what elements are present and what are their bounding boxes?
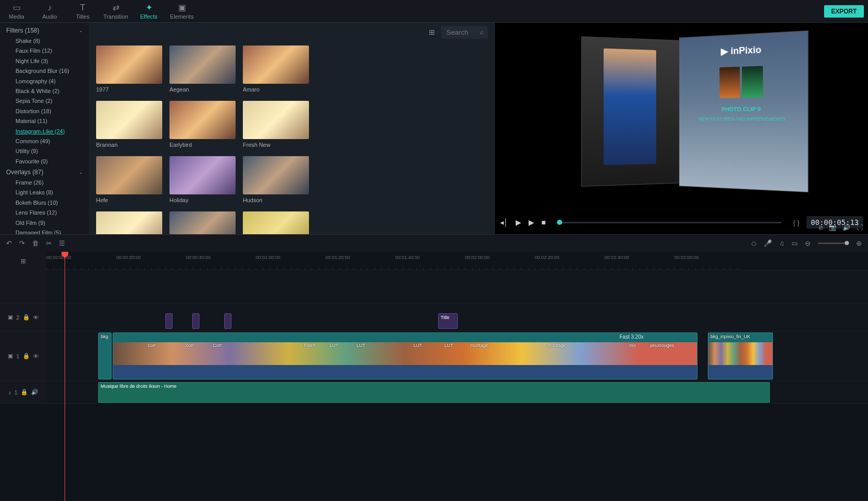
sidebar-item-instagram-like[interactable]: Instagram-Like (24) — [0, 127, 89, 136]
audio-clip[interactable]: Musique libre de droits Ikson - Home — [98, 382, 770, 403]
filter-item[interactable]: Amaro — [243, 45, 309, 93]
render-icon[interactable]: ▭ — [792, 239, 798, 247]
progress-handle[interactable] — [557, 220, 562, 225]
cut-icon[interactable]: ✂ — [46, 239, 52, 247]
zoom-handle[interactable] — [845, 241, 849, 245]
video-track-content[interactable]: bkgFast 3.20xbkg_inpixio_fin_UKcorrcorrC… — [47, 331, 868, 381]
eye-icon[interactable]: 👁 — [33, 314, 39, 321]
snapshot-icon[interactable]: 📷 — [829, 224, 836, 231]
audio-track-head[interactable]: ♪ 1 🔒 🔊 — [0, 381, 47, 403]
filter-item[interactable] — [96, 211, 162, 234]
adjust-icon[interactable]: ☰ — [59, 239, 65, 247]
filter-item[interactable]: Earlybird — [169, 101, 236, 148]
filter-label: Brannan — [96, 142, 162, 148]
filter-item[interactable] — [243, 211, 309, 234]
undo-icon[interactable]: ↶ — [6, 239, 12, 247]
sidebar-item[interactable]: Sepia Tone (2) — [0, 96, 89, 106]
zoom-slider[interactable] — [818, 242, 849, 244]
lock-icon[interactable]: 🔒 — [23, 314, 30, 321]
track-content-empty[interactable] — [47, 270, 868, 303]
fx-track-content[interactable]: Title — [47, 303, 868, 331]
ruler-row: ⊞ 00:00:00:0000:00:20:0000:00:40:0000:01… — [0, 252, 868, 270]
delete-icon[interactable]: 🗑 — [32, 239, 39, 247]
preview-promo-box: ▶ inPixio PHOTO CLIP 9 NEW FEATURES AND … — [679, 30, 809, 192]
add-track-button[interactable]: ⊞ — [0, 252, 47, 270]
filter-label: Fresh New — [243, 142, 309, 148]
filter-item[interactable]: Fresh New — [243, 101, 309, 148]
fullscreen-icon[interactable]: ⛶ — [857, 224, 863, 231]
zoom-out-icon[interactable]: ⊖ — [805, 239, 811, 247]
fx-clip[interactable] — [224, 313, 231, 329]
audio-track-content[interactable]: Musique libre de droits Ikson - Home — [47, 381, 868, 403]
tab-media[interactable]: ▭ Media — [0, 0, 33, 22]
eye-icon[interactable]: 👁 — [33, 353, 39, 359]
mark-in-out-icon[interactable]: { } — [793, 219, 799, 226]
sidebar-item[interactable]: Background Blur (16) — [0, 66, 89, 76]
sidebar-item[interactable]: Distortion (18) — [0, 107, 89, 116]
speaker-icon[interactable]: 🔊 — [31, 389, 38, 396]
filter-item[interactable]: Brannan — [96, 101, 162, 148]
ruler-tick: 00:03:00:00 — [674, 255, 699, 260]
sidebar-item[interactable]: Utility (9) — [0, 146, 89, 156]
sidebar-item[interactable]: Lens Flares (12) — [0, 208, 89, 218]
sidebar-item[interactable]: Lomography (4) — [0, 77, 89, 86]
voiceover-icon[interactable]: 🎤 — [764, 239, 772, 247]
tab-titles[interactable]: T Titles — [66, 0, 99, 22]
sidebar-item[interactable]: Night Life (3) — [0, 56, 89, 66]
grid-view-icon[interactable]: ⊞ — [429, 28, 435, 36]
sidebar-item[interactable]: Common (49) — [0, 136, 89, 146]
preview-progress[interactable] — [557, 222, 782, 223]
volume-icon[interactable]: 🔊 — [843, 224, 850, 231]
effects-sidebar[interactable]: Filters (158) ⌄ Shake (8) Faux Film (12)… — [0, 23, 89, 234]
audio-mixer-icon[interactable]: ♫ — [779, 239, 784, 247]
prev-frame-button[interactable]: ◂│ — [500, 218, 508, 226]
next-frame-button[interactable]: ▶ — [529, 218, 534, 226]
zoom-in-icon[interactable]: ⊕ — [856, 239, 862, 247]
marker-icon[interactable]: ◇ — [751, 239, 756, 247]
fx-clip[interactable] — [165, 313, 173, 329]
tab-transition[interactable]: ⇄ Transition — [99, 0, 132, 22]
filter-item[interactable]: Hudson — [243, 156, 309, 203]
time-ruler[interactable]: 00:00:00:0000:00:20:0000:00:40:0000:01:0… — [47, 252, 868, 270]
sidebar-item[interactable]: Shake (8) — [0, 36, 89, 46]
sidebar-group-filters[interactable]: Filters (158) ⌄ — [0, 25, 89, 36]
sidebar-item[interactable]: Frame (26) — [0, 178, 89, 188]
tab-effects[interactable]: ✦ Effects — [132, 0, 165, 22]
sidebar-group-label: Overlays (87) — [6, 169, 43, 176]
filter-item[interactable]: Holiday — [169, 156, 236, 203]
sidebar-item[interactable]: Bokeh Blurs (10) — [0, 198, 89, 208]
video-clip[interactable]: bkg_inpixio_fin_UK — [708, 332, 773, 379]
tab-audio[interactable]: ♪ Audio — [33, 0, 66, 22]
filter-item[interactable]: Aegean — [169, 45, 236, 93]
filter-item[interactable]: 1977 — [96, 45, 162, 93]
filter-item[interactable]: Hefe — [96, 156, 162, 203]
sidebar-item[interactable]: Black & White (2) — [0, 86, 89, 96]
fx-clip[interactable] — [192, 313, 199, 329]
lock-icon[interactable]: 🔒 — [21, 389, 28, 396]
sidebar-item[interactable]: Old Film (9) — [0, 218, 89, 228]
sidebar-item[interactable]: Favourite (0) — [0, 157, 89, 166]
video-track-head[interactable]: ▣ 1 🔒 👁 — [0, 331, 47, 381]
export-button[interactable]: EXPORT — [824, 5, 864, 18]
video-clip[interactable]: bkg — [98, 332, 112, 379]
filter-thumbnail — [96, 156, 162, 194]
display-icon[interactable]: ⎚ — [819, 224, 823, 231]
redo-icon[interactable]: ↷ — [19, 239, 25, 247]
sidebar-item[interactable]: Light Leaks (8) — [0, 188, 89, 198]
lock-icon[interactable]: 🔒 — [23, 353, 30, 359]
video-clip[interactable]: Fast 3.20x — [113, 332, 698, 379]
fx-track-head[interactable]: ▣ 2 🔒 👁 — [0, 303, 47, 331]
preview-viewport[interactable]: ▶ inPixio PHOTO CLIP 9 NEW FEATURES AND … — [495, 23, 868, 210]
sidebar-group-overlays[interactable]: Overlays (87) ⌄ — [0, 166, 89, 178]
sidebar-item[interactable]: Faux Film (12) — [0, 46, 89, 56]
fx-track-icon: ▣ — [8, 314, 13, 321]
filter-item[interactable] — [169, 211, 236, 234]
tab-elements[interactable]: ▣ Elements — [165, 0, 198, 22]
play-button[interactable]: ▶ — [516, 218, 521, 226]
fx-clip[interactable]: Title — [438, 313, 458, 329]
search-input[interactable] — [441, 26, 488, 39]
playhead[interactable] — [65, 252, 65, 501]
sidebar-item[interactable]: Material (11) — [0, 116, 89, 126]
sidebar-item[interactable]: Damaged Film (5) — [0, 228, 89, 234]
stop-button[interactable]: ■ — [541, 218, 546, 226]
